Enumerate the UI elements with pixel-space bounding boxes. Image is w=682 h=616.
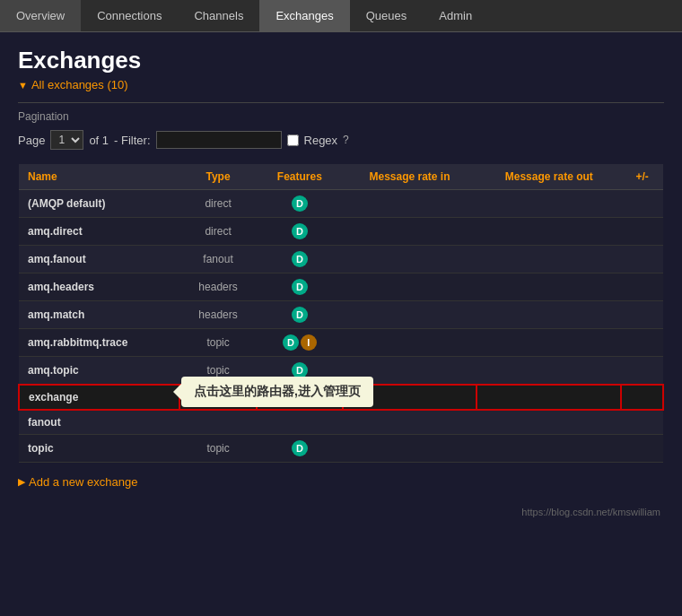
cell-rate-out	[477, 246, 621, 273]
cell-rate-out	[477, 301, 621, 329]
cell-features: D	[257, 301, 342, 329]
cell-rate-out	[477, 410, 621, 435]
cell-features: D	[257, 273, 342, 301]
exchange-name-link[interactable]: amq.rabbitmq.trace	[28, 336, 127, 349]
exchange-name-link[interactable]: amq.fanout	[28, 253, 86, 265]
exchange-name-link[interactable]: exchange	[29, 391, 78, 403]
expand-add-icon: ▶	[18, 476, 25, 488]
cell-features: D	[257, 218, 342, 246]
cell-rate-in	[343, 246, 477, 273]
cell-features: D	[257, 246, 342, 273]
table-row: (AMQP default)directD	[19, 190, 663, 218]
table-row: exchange点击这里的路由器,进入管理页	[19, 385, 663, 410]
footer-link: https://blog.csdn.net/kmswilliam	[18, 507, 664, 517]
section-header: ▼ All exchanges (10)	[18, 78, 664, 91]
cell-type: topic	[179, 329, 257, 357]
cell-plus-minus	[621, 385, 663, 410]
cell-type: topic	[179, 435, 257, 463]
cell-plus-minus	[621, 410, 663, 435]
col-features: Features	[257, 164, 342, 190]
table-row: amq.fanoutfanoutD	[19, 246, 663, 273]
cell-name: amq.headers	[19, 273, 179, 301]
col-name: Name	[19, 164, 179, 190]
table-row: topictopicD	[19, 435, 663, 463]
cell-name: amq.topic	[19, 357, 179, 386]
feature-durable-badge: D	[292, 223, 308, 239]
exchange-name-link[interactable]: amq.direct	[28, 225, 83, 238]
cell-plus-minus	[621, 435, 663, 463]
cell-rate-out	[477, 385, 621, 410]
col-rate-in: Message rate in	[343, 164, 477, 190]
expand-icon[interactable]: ▼	[18, 80, 28, 91]
nav-queues[interactable]: Queues	[350, 0, 424, 31]
cell-plus-minus	[621, 246, 663, 273]
cell-type	[179, 410, 257, 435]
cell-features: D	[257, 190, 342, 218]
exchange-name-link[interactable]: topic	[28, 442, 54, 455]
exchange-name-link[interactable]: fanout	[28, 416, 61, 429]
cell-plus-minus	[621, 301, 663, 329]
page-text: Page	[18, 134, 45, 147]
feature-durable-badge: D	[292, 307, 308, 323]
cell-plus-minus	[621, 357, 663, 386]
of-text: of 1	[89, 134, 109, 147]
cell-name: exchange点击这里的路由器,进入管理页	[19, 385, 179, 410]
pagination-label: Pagination	[18, 102, 664, 123]
page-select[interactable]: 1	[50, 130, 83, 150]
cell-rate-in	[343, 190, 477, 218]
table-row: amq.headersheadersD	[19, 273, 663, 301]
nav-exchanges[interactable]: Exchanges	[259, 0, 349, 31]
help-link[interactable]: ?	[343, 134, 349, 146]
cell-type: direct	[179, 218, 257, 246]
table-row: fanout	[19, 410, 663, 435]
col-plus-minus: +/-	[621, 164, 663, 190]
table-row: amq.directdirectD	[19, 218, 663, 246]
page-title: Exchanges	[18, 47, 664, 74]
add-new-exchange[interactable]: ▶ Add a new exchange	[18, 475, 664, 489]
cell-rate-in	[343, 301, 477, 329]
feature-durable-badge: D	[292, 251, 308, 267]
table-header-row: Name Type Features Message rate in Messa…	[19, 164, 663, 190]
cell-rate-in	[343, 435, 477, 463]
section-label: All exchanges (10)	[31, 78, 128, 91]
pagination-row: Page 1 of 1 - Filter: Regex ?	[18, 130, 664, 150]
callout-text: 点击这里的路由器,进入管理页	[181, 377, 373, 407]
main-content: Exchanges ▼ All exchanges (10) Paginatio…	[0, 32, 682, 532]
feature-durable-badge: D	[292, 440, 308, 456]
cell-name: amq.fanout	[19, 246, 179, 273]
cell-rate-out	[477, 218, 621, 246]
cell-type: direct	[179, 190, 257, 218]
nav-admin[interactable]: Admin	[423, 0, 488, 31]
cell-rate-out	[477, 273, 621, 301]
cell-name: amq.direct	[19, 218, 179, 246]
cell-rate-in	[343, 410, 477, 435]
cell-rate-out	[477, 435, 621, 463]
exchange-name-link[interactable]: (AMQP default)	[28, 197, 105, 210]
cell-plus-minus	[621, 273, 663, 301]
exchange-name-link[interactable]: amq.match	[28, 308, 84, 321]
exchanges-table: Name Type Features Message rate in Messa…	[18, 164, 664, 463]
nav-connections[interactable]: Connections	[81, 0, 178, 31]
regex-checkbox[interactable]	[287, 134, 299, 146]
cell-features	[257, 410, 342, 435]
cell-rate-out	[477, 329, 621, 357]
cell-type: headers	[179, 301, 257, 329]
nav-overview[interactable]: Overview	[0, 0, 81, 31]
col-type: Type	[179, 164, 257, 190]
cell-name: (AMQP default)	[19, 190, 179, 218]
cell-rate-in	[343, 218, 477, 246]
cell-rate-in	[343, 273, 477, 301]
cell-plus-minus	[621, 190, 663, 218]
exchange-name-link[interactable]: amq.headers	[28, 281, 94, 293]
filter-input[interactable]	[156, 131, 282, 149]
cell-plus-minus	[621, 218, 663, 246]
feature-durable-badge: D	[292, 279, 308, 295]
filter-text: - Filter:	[114, 134, 150, 147]
feature-internal-badge: I	[301, 334, 317, 351]
add-new-label: Add a new exchange	[29, 475, 137, 489]
cell-features: D	[257, 435, 342, 463]
nav-channels[interactable]: Channels	[178, 0, 259, 31]
cell-features: DI	[257, 329, 342, 357]
cell-rate-in	[343, 329, 477, 357]
exchange-name-link[interactable]: amq.topic	[28, 364, 79, 377]
